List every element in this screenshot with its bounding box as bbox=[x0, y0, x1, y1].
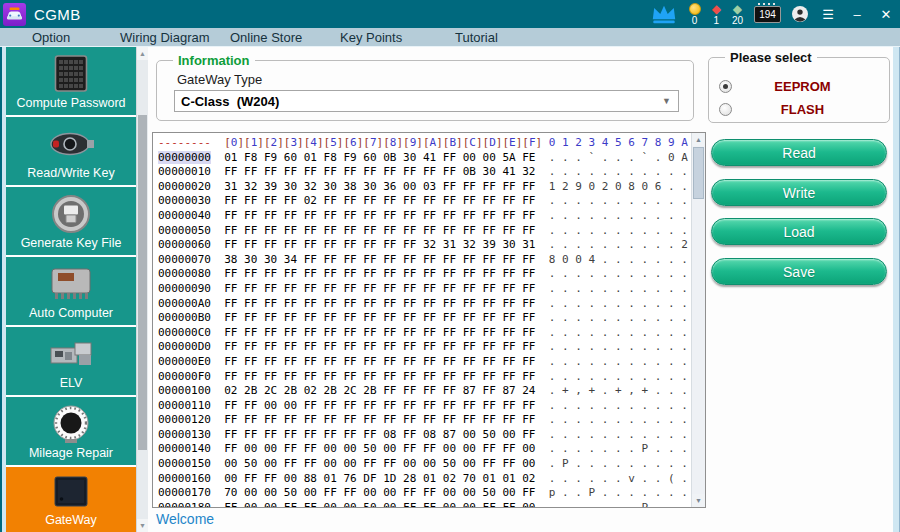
hex-row[interactable]: 00000180 FF 00 00 FF FF 00 00 50 00 FF F… bbox=[158, 501, 691, 507]
hex-row[interactable]: 00000030 FF FF FF FF 02 FF FF FF FF FF F… bbox=[158, 194, 691, 209]
sidebar-item-label: Read/Write Key bbox=[27, 166, 114, 180]
sidebar-item-label: Mileage Repair bbox=[29, 446, 113, 460]
gateway-type-value: C-Class (W204) bbox=[175, 94, 279, 109]
sidebar-item-auto-computer[interactable]: Auto Computer bbox=[6, 257, 136, 327]
hex-row[interactable]: 00000130 FF FF FF FF FF FF FF FF 08 FF 0… bbox=[158, 428, 691, 443]
information-group-label: Information bbox=[173, 53, 255, 68]
scroll-up-icon[interactable]: ▲ bbox=[137, 47, 148, 60]
app-window: CGMB 0◆1◆20 194 ☰ – ✕ OptionWiri bbox=[0, 0, 900, 532]
sidebar-item-gateway[interactable]: GateWay bbox=[6, 467, 136, 532]
main-panel: Information GateWay Type C-Class (W204) … bbox=[148, 47, 893, 532]
hex-row[interactable]: 00000150 00 50 00 FF FF 00 00 FF FF 00 0… bbox=[158, 457, 691, 472]
radio-flash[interactable] bbox=[719, 103, 732, 116]
close-button[interactable]: ✕ bbox=[877, 7, 895, 22]
hex-scrollbar-thumb[interactable] bbox=[693, 147, 704, 199]
option-label: EEPROM bbox=[732, 79, 873, 94]
sidebar-item-label: GateWay bbox=[45, 513, 97, 527]
menu-icon[interactable]: ☰ bbox=[819, 7, 837, 22]
chip-icon bbox=[52, 471, 90, 513]
titlebar: CGMB 0◆1◆20 194 ☰ – ✕ bbox=[0, 0, 900, 28]
scroll-down-icon[interactable]: ▼ bbox=[137, 519, 148, 532]
hex-row[interactable]: 000000D0 FF FF FF FF FF FF FF FF FF FF F… bbox=[158, 340, 691, 355]
counter-gold-coin-icon[interactable]: 0 bbox=[689, 3, 701, 26]
menubar: OptionWiring DiagramOnline StoreKey Poin… bbox=[0, 28, 900, 47]
scroll-down-icon[interactable]: ▼ bbox=[692, 494, 705, 507]
minimize-button[interactable]: – bbox=[848, 7, 866, 22]
option-label: FLASH bbox=[732, 102, 873, 117]
hex-row[interactable]: 000000B0 FF FF FF FF FF FF FF FF FF FF F… bbox=[158, 311, 691, 326]
sidebar-item-compute-password[interactable]: Compute Password bbox=[6, 47, 136, 117]
sidebar-scrollbar-thumb[interactable] bbox=[138, 115, 147, 450]
hex-row[interactable]: 000000A0 FF FF FF FF FF FF FF FF FF FF F… bbox=[158, 297, 691, 312]
hex-row[interactable]: 00000110 FF FF 00 00 FF FF FF FF FF FF F… bbox=[158, 399, 691, 414]
sidebar: Compute PasswordRead/Write KeyGenerate K… bbox=[6, 47, 136, 532]
hex-row[interactable]: 00000120 FF FF FF FF FF FF FF FF FF FF F… bbox=[158, 413, 691, 428]
menu-item-wiring-diagram[interactable]: Wiring Diagram bbox=[120, 29, 210, 46]
counter-value: 1 bbox=[713, 16, 719, 26]
elv-module-icon bbox=[49, 331, 93, 376]
menu-item-online-store[interactable]: Online Store bbox=[230, 29, 302, 46]
hex-row[interactable]: 000000E0 FF FF FF FF FF FF FF FF FF FF F… bbox=[158, 355, 691, 370]
gold-coin-icon bbox=[689, 3, 701, 15]
status-text: Welcome bbox=[156, 511, 214, 527]
menu-item-option[interactable]: Option bbox=[32, 29, 70, 46]
option-row-flash[interactable]: FLASH bbox=[709, 99, 889, 119]
counter-value: 20 bbox=[732, 16, 743, 26]
hex-row[interactable]: 00000070 38 30 30 34 FF FF FF FF FF FF F… bbox=[158, 253, 691, 268]
red-gem-icon: ◆ bbox=[712, 3, 721, 15]
user-avatar-icon[interactable] bbox=[792, 6, 808, 22]
crown-icon[interactable] bbox=[650, 4, 678, 25]
currency-counters: 0◆1◆20 bbox=[689, 3, 743, 26]
hex-row[interactable]: 000000F0 FF FF FF FF FF FF FF FF FF FF F… bbox=[158, 370, 691, 385]
gateway-type-label: GateWay Type bbox=[177, 72, 262, 87]
menu-item-key-points[interactable]: Key Points bbox=[340, 29, 402, 46]
save-button[interactable]: Save bbox=[711, 258, 887, 285]
load-button[interactable]: Load bbox=[711, 218, 887, 245]
hex-row[interactable]: 00000170 70 00 00 50 00 FF FF 00 00 FF F… bbox=[158, 486, 691, 501]
hex-row[interactable]: 00000050 FF FF FF FF FF FF FF FF FF FF F… bbox=[158, 224, 691, 239]
sidebar-item-generate-key-file[interactable]: Generate Key File bbox=[6, 187, 136, 257]
window-title: CGMB bbox=[34, 6, 81, 23]
window-left-edge bbox=[0, 47, 2, 532]
titlebar-right-cluster: 0◆1◆20 194 ☰ – ✕ bbox=[650, 0, 895, 28]
hex-row[interactable]: 00000100 02 2B 2C 2B 02 2B 2C 2B FF FF F… bbox=[158, 384, 691, 399]
window-right-edge bbox=[893, 47, 900, 532]
hex-row[interactable]: 00000080 FF FF FF FF FF FF FF FF FF FF F… bbox=[158, 267, 691, 282]
information-groupbox: Information GateWay Type C-Class (W204) … bbox=[156, 60, 694, 121]
option-row-eeprom[interactable]: EEPROM bbox=[709, 76, 889, 96]
counter-green-gem-icon[interactable]: ◆20 bbox=[732, 3, 743, 26]
hex-grid[interactable]: -------- [0][1][2][3][4][5][6][7][8][9][… bbox=[158, 136, 691, 507]
ecu-icon bbox=[48, 261, 94, 306]
sidebar-item-elv[interactable]: ELV bbox=[6, 327, 136, 397]
please-select-label: Please select bbox=[725, 50, 817, 65]
counter-red-gem-icon[interactable]: ◆1 bbox=[712, 3, 721, 26]
hex-row[interactable]: 00000000 01 F8 F9 60 01 F8 F9 60 0B 30 4… bbox=[158, 151, 691, 166]
sidebar-scrollbar[interactable]: ▲ ▼ bbox=[136, 47, 148, 532]
keypad-icon bbox=[49, 51, 93, 96]
points-badge[interactable]: 194 bbox=[754, 6, 781, 23]
key-button-icon bbox=[51, 191, 91, 236]
counter-value: 0 bbox=[692, 16, 698, 26]
gateway-type-dropdown[interactable]: C-Class (W204) ▼ bbox=[174, 90, 679, 112]
scroll-up-icon[interactable]: ▲ bbox=[692, 133, 705, 146]
sidebar-item-mileage-repair[interactable]: Mileage Repair bbox=[6, 397, 136, 467]
hex-row[interactable]: 00000060 FF FF FF FF FF FF FF FF FF FF 3… bbox=[158, 238, 691, 253]
radio-eeprom[interactable] bbox=[719, 80, 732, 93]
write-button[interactable]: Write bbox=[711, 179, 887, 206]
hex-row[interactable]: 00000010 FF FF FF FF FF FF FF FF FF FF F… bbox=[158, 165, 691, 180]
green-gem-icon: ◆ bbox=[733, 3, 742, 15]
hex-row[interactable]: 00000160 00 FF FF 00 88 01 76 DF 1D 28 0… bbox=[158, 472, 691, 487]
hex-scrollbar[interactable]: ▲ ▼ bbox=[691, 133, 705, 507]
hex-row[interactable]: 00000020 31 32 39 30 32 30 38 30 36 00 0… bbox=[158, 180, 691, 195]
hex-row[interactable]: 00000040 FF FF FF FF FF FF FF FF FF FF F… bbox=[158, 209, 691, 224]
sidebar-item-read-write-key[interactable]: Read/Write Key bbox=[6, 117, 136, 187]
hex-row[interactable]: 00000090 FF FF FF FF FF FF FF FF FF FF F… bbox=[158, 282, 691, 297]
hex-header-row: -------- [0][1][2][3][4][5][6][7][8][9][… bbox=[158, 136, 691, 151]
sidebar-item-label: Generate Key File bbox=[21, 236, 122, 250]
read-button[interactable]: Read bbox=[711, 139, 887, 166]
gauge-icon bbox=[51, 401, 91, 446]
hex-viewer: -------- [0][1][2][3][4][5][6][7][8][9][… bbox=[152, 132, 706, 508]
hex-row[interactable]: 00000140 FF 00 00 FF FF 00 00 50 00 FF F… bbox=[158, 442, 691, 457]
menu-item-tutorial[interactable]: Tutorial bbox=[455, 29, 498, 46]
hex-row[interactable]: 000000C0 FF FF FF FF FF FF FF FF FF FF F… bbox=[158, 326, 691, 341]
